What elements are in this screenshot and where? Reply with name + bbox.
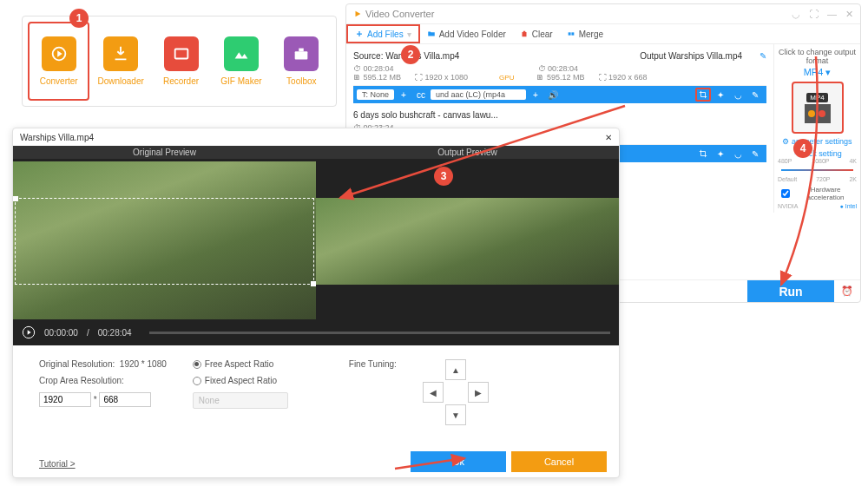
module-converter[interactable]: Converter (28, 22, 89, 101)
svg-point-7 (808, 110, 815, 117)
format-panel: Click to change output format MP4 ▾ MP4 … (773, 44, 860, 213)
playback-bar: 00:00:00 / 00:28:04 (13, 319, 619, 345)
crop-width-input[interactable] (39, 392, 91, 407)
subtitle-button[interactable]: cc (413, 88, 429, 102)
folder-icon (427, 30, 436, 38)
add-audio-button[interactable]: + (528, 88, 543, 102)
output-name: Output Warships Villa.mp4 (640, 51, 742, 61)
module-label: Toolbox (286, 76, 316, 86)
crop-button[interactable] (695, 147, 711, 161)
nudge-left-button[interactable]: ◀ (423, 382, 444, 403)
app-title: Video Converter (365, 9, 434, 19)
schedule-button[interactable]: ⏰ (834, 286, 860, 297)
hwaccel-checkbox[interactable]: Hardware acceleration (778, 186, 857, 201)
gif-icon (232, 44, 251, 63)
nudge-right-button[interactable]: ▶ (468, 382, 489, 403)
time-current: 00:00:00 (44, 328, 78, 338)
add-files-button[interactable]: Add Files ▾ (346, 24, 420, 43)
quick-setting-link[interactable]: → uick setting (778, 149, 857, 158)
cart-icon[interactable]: ⛶ (809, 9, 819, 20)
module-downloader[interactable]: Downloader (91, 22, 149, 101)
watermark-button[interactable]: ◡ (730, 88, 746, 102)
plus-icon (355, 30, 364, 38)
step-badge: 4 (793, 139, 812, 158)
source-name: 6 days solo bushcraft - canvas lawu... (353, 110, 498, 120)
quality-slider[interactable] (781, 169, 853, 171)
merge-button[interactable]: Merge (560, 24, 610, 43)
module-label: Recorder (163, 76, 199, 86)
fine-tuning-pad: ▲ ◀▶ ▼ (423, 359, 489, 425)
svg-rect-2 (295, 51, 308, 59)
main-toolbar: Add Files ▾ Add Video Folder Clear Merge (346, 23, 860, 44)
format-selector[interactable]: MP4 (792, 82, 844, 134)
tutorial-link[interactable]: Tutorial > (39, 459, 76, 469)
user-icon[interactable]: ◡ (792, 9, 800, 20)
edit-output-icon[interactable]: ✎ (760, 51, 766, 61)
app-icon (353, 10, 362, 18)
module-recorder[interactable]: Recorder (152, 22, 210, 101)
seek-bar[interactable] (149, 332, 610, 334)
cancel-button[interactable]: Cancel (511, 451, 607, 472)
effects-button[interactable]: ✦ (713, 147, 728, 161)
crop-button[interactable] (695, 88, 711, 102)
download-icon (111, 44, 130, 63)
crop-handles[interactable] (15, 198, 314, 285)
svg-point-8 (819, 110, 825, 117)
file-duration-out: ⏱ 00:28:04 (538, 64, 579, 73)
nudge-up-button[interactable]: ▲ (445, 359, 466, 380)
param-settings-link[interactable]: ⚙ arameter settings (778, 137, 857, 146)
edit-toolbar: T: None + cc und aac (LC) (mp4a + 🔊 ✦ ◡ … (353, 86, 766, 103)
format-hint: Click to change output format (778, 48, 857, 65)
audio-select[interactable]: und aac (LC) (mp4a (431, 89, 526, 100)
clear-button[interactable]: Clear (513, 24, 560, 43)
add-folder-button[interactable]: Add Video Folder (420, 24, 513, 43)
module-gifmaker[interactable]: GIF Maker (212, 22, 270, 101)
original-preview[interactable]: Original Preview (13, 146, 316, 319)
play-button[interactable] (22, 325, 36, 339)
crop-window-title: Warships Villa.mp4 (20, 133, 94, 142)
titlebar: Video Converter ◡ ⛶ — ✕ (346, 4, 860, 23)
edit-button[interactable]: ✎ (747, 147, 763, 161)
crop-window: Warships Villa.mp4 ✕ Original Preview Ou… (12, 128, 620, 478)
track-select[interactable]: T: None (357, 89, 394, 100)
fixed-aspect-radio[interactable]: Fixed Aspect Ratio (193, 376, 288, 385)
toolbox-icon (292, 44, 311, 63)
merge-icon (567, 30, 575, 38)
module-label: Downloader (97, 76, 143, 86)
aspect-select: None (193, 392, 288, 409)
converter-icon (49, 44, 69, 63)
svg-rect-1 (174, 49, 187, 59)
svg-rect-3 (299, 49, 305, 52)
effects-button[interactable]: ✦ (713, 88, 728, 102)
step-badge: 1 (69, 9, 89, 28)
svg-rect-4 (568, 32, 570, 35)
nudge-down-button[interactable]: ▼ (445, 404, 466, 425)
module-label: Converter (40, 76, 78, 86)
close-icon[interactable]: ✕ (605, 133, 612, 142)
module-label: GIF Maker (220, 76, 261, 86)
free-aspect-radio[interactable]: Free Aspect Ratio (193, 359, 288, 369)
step-badge: 3 (434, 167, 453, 186)
close-icon[interactable]: ✕ (845, 9, 853, 20)
edit-button[interactable]: ✎ (747, 88, 763, 102)
crop-height-input[interactable] (99, 392, 151, 407)
trash-icon (520, 30, 529, 38)
time-total: 00:28:04 (98, 328, 132, 338)
recorder-icon (172, 44, 191, 63)
module-selector: Converter Downloader Recorder GIF Maker … (22, 16, 337, 107)
ok-button[interactable]: Ok (411, 451, 506, 472)
audio-icon[interactable]: 🔊 (545, 88, 561, 102)
module-toolbox[interactable]: Toolbox (273, 22, 331, 101)
step-badge: 2 (401, 45, 420, 64)
run-button[interactable]: Run (747, 280, 834, 302)
svg-rect-5 (571, 32, 574, 35)
watermark-button[interactable]: ◡ (730, 147, 746, 161)
add-track-button[interactable]: + (396, 88, 411, 102)
minimize-icon[interactable]: — (827, 9, 837, 20)
output-preview: Output Preview (316, 146, 619, 319)
